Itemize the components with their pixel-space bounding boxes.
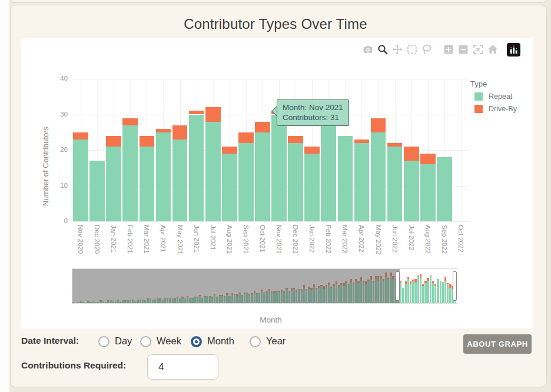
- legend-item-repeat[interactable]: Repeat: [470, 92, 517, 101]
- slider-bar-driveby: [449, 284, 451, 288]
- radio-month[interactable]: [191, 336, 202, 347]
- bar-segment-repeat[interactable]: [189, 115, 204, 222]
- radio-label-month[interactable]: Month: [207, 335, 234, 347]
- slider-bar-repeat: [412, 281, 414, 303]
- zoom-in-icon[interactable]: [441, 42, 456, 57]
- radio-week[interactable]: [140, 336, 151, 347]
- slider-bar-repeat: [402, 288, 404, 303]
- bar-segment-repeat[interactable]: [338, 136, 353, 221]
- bar-segment-driveby[interactable]: [238, 132, 254, 143]
- x-tick-label: Jan 2021: [110, 225, 117, 253]
- bar-segment-driveby[interactable]: [420, 154, 436, 164]
- range-slider-right-handle[interactable]: [453, 271, 457, 301]
- bar-segment-repeat[interactable]: [420, 164, 436, 221]
- bar-segment-repeat[interactable]: [255, 132, 270, 221]
- slider-bar-repeat: [444, 281, 446, 303]
- range-slider-left-handle[interactable]: [396, 271, 400, 301]
- slider-bar-driveby: [410, 281, 411, 284]
- slider-bar-repeat: [440, 281, 442, 303]
- bar-segment-repeat[interactable]: [288, 143, 303, 221]
- slider-bar-driveby: [417, 275, 419, 277]
- bar-segment-repeat[interactable]: [404, 161, 419, 221]
- bar-segment-repeat[interactable]: [205, 122, 221, 221]
- slider-bar-driveby: [422, 284, 424, 286]
- bar-segment-driveby[interactable]: [140, 136, 155, 147]
- slider-bar-repeat: [447, 284, 449, 303]
- bar-segment-driveby[interactable]: [189, 111, 204, 114]
- range-slider-mask: [72, 269, 400, 303]
- bar-segment-driveby[interactable]: [387, 143, 403, 147]
- radio-label-week[interactable]: Week: [157, 335, 181, 347]
- bar-segment-driveby[interactable]: [106, 136, 121, 147]
- slider-bar-repeat: [449, 288, 451, 303]
- radio-day[interactable]: [98, 336, 109, 347]
- x-tick-label: Jun 2021: [193, 225, 200, 253]
- home-icon[interactable]: [485, 42, 500, 57]
- slider-bar-repeat: [432, 283, 434, 303]
- radio-year[interactable]: [250, 336, 261, 347]
- bar-segment-repeat[interactable]: [271, 115, 287, 222]
- slider-bar-repeat: [422, 286, 424, 303]
- bar-segment-driveby[interactable]: [73, 132, 88, 139]
- slider-bar-driveby: [412, 280, 414, 281]
- bar-segment-driveby[interactable]: [172, 125, 188, 139]
- autoscale-icon[interactable]: [470, 42, 485, 57]
- radio-label-day[interactable]: Day: [115, 335, 132, 347]
- bar-segment-driveby[interactable]: [354, 139, 370, 143]
- bar-segment-driveby[interactable]: [156, 129, 171, 132]
- plotly-logo-icon[interactable]: [507, 43, 520, 57]
- zoom-icon[interactable]: [375, 42, 390, 57]
- x-tick-label: Oct 2021: [259, 225, 266, 253]
- bar-segment-repeat[interactable]: [156, 132, 171, 221]
- bar-segment-repeat[interactable]: [371, 132, 386, 221]
- h-gridline: [72, 221, 469, 222]
- bar-segment-repeat[interactable]: [238, 143, 254, 221]
- contributions-required-input[interactable]: [147, 354, 218, 380]
- zoom-out-icon[interactable]: [456, 42, 470, 57]
- slider-bar-repeat: [442, 283, 444, 303]
- x-tick-label: Nov 2020: [77, 225, 84, 254]
- y-axis-title: Number of Contributors: [41, 127, 50, 206]
- about-graph-button[interactable]: ABOUT GRAPH: [463, 334, 532, 354]
- bar-segment-driveby[interactable]: [304, 147, 320, 154]
- legend-item-driveby[interactable]: Drive-By: [470, 105, 517, 113]
- bar-segment-driveby[interactable]: [222, 147, 237, 154]
- page-title: Contributor Types Over Time: [0, 16, 551, 32]
- slider-bar-repeat: [430, 276, 431, 303]
- legend: Type Repeat Drive-By: [470, 79, 517, 117]
- slider-bar-driveby: [432, 281, 434, 283]
- box-select-icon[interactable]: [404, 42, 419, 57]
- bar-segment-repeat[interactable]: [354, 143, 370, 221]
- bar-segment-repeat[interactable]: [106, 147, 121, 221]
- bar-segment-driveby[interactable]: [404, 147, 419, 161]
- bar-segment-repeat[interactable]: [304, 154, 320, 221]
- bar-segment-driveby[interactable]: [371, 118, 386, 132]
- bar-segment-repeat[interactable]: [172, 139, 188, 221]
- date-interval-label: Date Interval:: [21, 335, 79, 346]
- x-axis-title: Month: [72, 315, 469, 324]
- bar-segment-repeat[interactable]: [222, 154, 237, 221]
- pan-icon[interactable]: [390, 42, 404, 57]
- bar-segment-driveby[interactable]: [205, 107, 221, 121]
- slider-bar-driveby: [444, 277, 446, 281]
- bar-segment-repeat[interactable]: [122, 125, 138, 221]
- bar-segment-driveby[interactable]: [122, 118, 138, 125]
- x-tick-label: Jul 2022: [408, 225, 415, 250]
- bar-segment-driveby[interactable]: [288, 136, 303, 143]
- slider-bar-repeat: [424, 283, 426, 303]
- bar-segment-repeat[interactable]: [437, 157, 452, 221]
- x-tick-label: Dec 2021: [292, 225, 299, 254]
- camera-icon[interactable]: [360, 42, 375, 57]
- radio-label-year[interactable]: Year: [266, 335, 286, 347]
- slider-bar-repeat: [434, 286, 436, 303]
- x-tick-label: Nov 2021: [276, 225, 283, 254]
- driveby-swatch-icon: [474, 105, 483, 113]
- bar-segment-driveby[interactable]: [255, 122, 270, 132]
- bar-segment-repeat[interactable]: [321, 125, 336, 221]
- bar-segment-repeat[interactable]: [140, 147, 155, 221]
- bar-segment-repeat[interactable]: [73, 139, 88, 221]
- x-tick-label: Oct 2022: [457, 225, 464, 253]
- lasso-icon[interactable]: [419, 42, 434, 57]
- bar-segment-repeat[interactable]: [387, 147, 403, 221]
- bar-segment-repeat[interactable]: [89, 161, 105, 221]
